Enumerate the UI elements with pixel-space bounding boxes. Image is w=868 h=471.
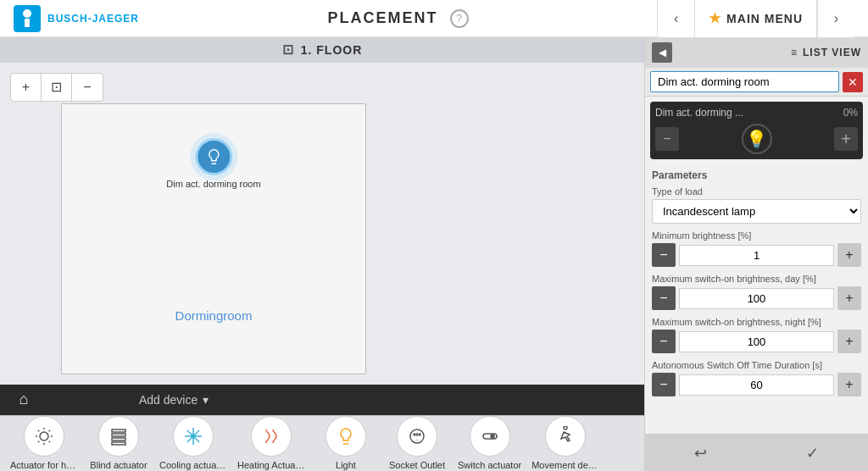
action-bar: ↩ ✓	[645, 434, 868, 471]
list-view-button[interactable]: ≡ LIST VIEW	[791, 47, 861, 58]
search-close-button[interactable]: ✕	[843, 72, 863, 92]
max-night-label: Maximum switch-on brightness, night [%]	[652, 317, 861, 327]
logo-icon	[14, 5, 41, 32]
bottom-toolbar: ⌂ Add device ▾	[0, 385, 644, 415]
card-plus-button[interactable]: +	[834, 127, 858, 151]
add-device-label: Add device	[139, 393, 198, 407]
params-section: Parameters Type of load Incandescent lam…	[645, 164, 868, 434]
min-brightness-input[interactable]	[679, 245, 834, 266]
max-day-row: − +	[652, 286, 861, 310]
light-bulb-icon	[204, 147, 223, 166]
logo-text: BUSCH-JAEGER	[47, 13, 139, 25]
device-tray-item-actuator-heat[interactable]: Actuator for heati...	[7, 415, 81, 471]
type-load-label: Type of load	[652, 186, 861, 197]
nav-next-button[interactable]: ›	[817, 0, 854, 37]
max-day-plus-button[interactable]: +	[837, 286, 861, 310]
nav-buttons: ‹ ★ MAIN MENU ›	[657, 0, 854, 37]
device-tray-icon-heating	[251, 416, 292, 457]
type-load-select[interactable]: Incandescent lamp	[652, 199, 861, 224]
device-tray-name-movement: Movement detect...	[531, 460, 599, 470]
svg-point-8	[192, 435, 195, 438]
device-card-name: Dim act. dorming ...	[655, 107, 843, 119]
floor-label: 1. FLOOR	[301, 43, 363, 57]
add-device-chevron: ▾	[203, 393, 209, 407]
auto-off-input[interactable]	[679, 374, 834, 396]
device-tray-item-socket[interactable]: Socket Outlet	[383, 415, 451, 471]
auto-off-row: − +	[652, 373, 861, 396]
max-day-input[interactable]	[679, 288, 834, 309]
device-pin-label: Dim act. dorming room	[166, 179, 260, 189]
right-panel: ◀ ≡ LIST VIEW ✕ Dim act. dorming ... 0% …	[644, 37, 868, 471]
svg-point-1	[23, 9, 31, 18]
zoom-controls: + ⊡ −	[10, 73, 103, 102]
floor-bar: ⊡ 1. FLOOR	[0, 37, 644, 63]
type-load-row: Incandescent lamp	[652, 199, 861, 224]
max-day-minus-button[interactable]: −	[652, 286, 676, 310]
max-night-minus-button[interactable]: −	[652, 330, 676, 353]
device-card-controls: − 💡 +	[655, 124, 858, 154]
device-pin[interactable]: Dim act. dorming room	[166, 138, 260, 189]
svg-rect-4	[112, 429, 125, 432]
min-brightness-plus-button[interactable]: +	[837, 243, 861, 267]
home-button[interactable]: ⌂	[10, 386, 37, 413]
svg-point-3	[40, 432, 48, 441]
device-card: Dim act. dorming ... 0% − 💡 +	[650, 102, 863, 159]
device-tray-icon-cooling	[173, 416, 214, 457]
max-night-input[interactable]	[679, 331, 834, 352]
device-tray-icon-switch	[470, 416, 510, 457]
top-bar: BUSCH-JAEGER PLACEMENT ? ‹ ★ MAIN MENU ›	[0, 0, 868, 37]
device-tray-item-heating[interactable]: Heating Actuator	[234, 415, 309, 471]
main-menu-button[interactable]: ★ MAIN MENU	[694, 0, 817, 37]
room-container: Dim act. dorming room Dormingroom	[61, 103, 366, 374]
svg-rect-5	[112, 434, 125, 436]
device-tray-item-cooling[interactable]: Cooling actuator	[156, 415, 231, 471]
zoom-plus-button[interactable]: +	[11, 74, 42, 101]
device-tray-icon-light	[326, 416, 366, 457]
device-tray-item-light[interactable]: Light	[312, 415, 380, 471]
device-tray-name-actuator-heat: Actuator for heati...	[10, 460, 78, 470]
map-area: + ⊡ − Dim act. dorming room Dormingroom	[0, 63, 644, 385]
zoom-fit-button[interactable]: ⊡	[42, 74, 72, 101]
svg-rect-2	[25, 19, 30, 27]
device-tray-name-switch: Switch actuator	[458, 460, 521, 470]
params-title: Parameters	[652, 169, 861, 181]
main-layout: ⊡ 1. FLOOR + ⊡ − Dim	[0, 37, 868, 471]
max-day-label: Maximum switch-on brightness, day [%]	[652, 274, 861, 284]
device-tray-icon-actuator-heat	[24, 416, 64, 457]
card-light-icon: 💡	[742, 124, 772, 154]
minimize-button[interactable]: ◀	[652, 42, 672, 63]
auto-off-minus-button[interactable]: −	[652, 373, 676, 396]
svg-point-13	[419, 434, 420, 435]
device-tray-name-light: Light	[336, 460, 356, 470]
device-tray-icon-movement	[545, 416, 586, 457]
device-tray-name-blind: Blind actuator	[90, 460, 147, 470]
card-minus-button[interactable]: −	[655, 127, 679, 151]
min-brightness-minus-button[interactable]: −	[652, 243, 676, 267]
action-back-button[interactable]: ↩	[645, 435, 757, 471]
device-card-header: Dim act. dorming ... 0%	[655, 107, 858, 119]
device-tray-item-switch[interactable]: Switch actuator	[454, 415, 525, 471]
auto-off-plus-button[interactable]: +	[837, 373, 861, 396]
list-view-icon: ≡	[791, 47, 798, 58]
device-tray-name-socket: Socket Outlet	[389, 460, 445, 470]
zoom-minus-button[interactable]: −	[72, 74, 103, 101]
add-device-button[interactable]: Add device ▾	[139, 393, 209, 407]
device-tray-item-blind[interactable]: Blind actuator	[85, 415, 153, 471]
star-icon: ★	[709, 10, 721, 26]
help-icon[interactable]: ?	[450, 9, 469, 28]
min-brightness-row: − +	[652, 243, 861, 267]
main-menu-label: MAIN MENU	[726, 12, 803, 25]
auto-off-label: Autonomous Switch Off Time Duration [s]	[652, 360, 861, 370]
right-panel-header: ◀ ≡ LIST VIEW	[645, 37, 868, 68]
action-confirm-button[interactable]: ✓	[757, 435, 868, 471]
svg-point-15	[491, 435, 494, 438]
floor-icon: ⊡	[282, 42, 294, 58]
max-night-plus-button[interactable]: +	[837, 330, 861, 353]
device-card-pct: 0%	[843, 107, 858, 119]
nav-prev-button[interactable]: ‹	[657, 0, 694, 37]
left-panel: ⊡ 1. FLOOR + ⊡ − Dim	[0, 37, 644, 471]
search-input[interactable]	[650, 71, 839, 92]
page-title: PLACEMENT	[328, 9, 438, 27]
device-tray-item-movement[interactable]: Movement detect...	[528, 415, 603, 471]
device-tray-icon-socket	[397, 416, 437, 457]
